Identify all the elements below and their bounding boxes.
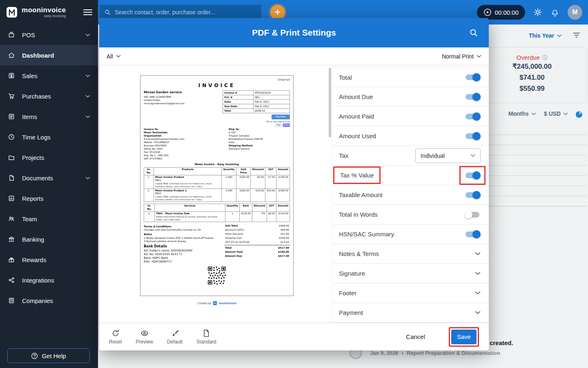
col-header: Discount [251, 168, 265, 175]
sidebar-item-team[interactable]: Team [0, 209, 98, 229]
building-icon [8, 297, 15, 304]
notifications-bell-icon[interactable] [550, 8, 559, 17]
sidebar-item-rewards[interactable]: Rewards [0, 249, 98, 270]
tax-percent-value-toggle[interactable] [464, 171, 481, 180]
search-input[interactable] [115, 9, 256, 16]
tax-mode-value: Individual [421, 153, 445, 159]
pay-block: Pay Now We accept payment by Pay stripe [144, 114, 290, 126]
cell: $10.00 [265, 188, 276, 202]
bank-line: Bank: HDFC Bank [144, 256, 221, 260]
setting-label: Amount Used [339, 132, 376, 139]
save-button[interactable]: Save [451, 330, 477, 344]
sidebar-item-purchases[interactable]: Purchases [0, 86, 98, 106]
product-name: Moon Invoice Product 1 [155, 189, 187, 192]
setting-row-tax-percent-value: Tax % Value [332, 166, 489, 185]
sidebar-item-projects[interactable]: Projects [0, 147, 98, 168]
col-header: Sr. No. [144, 204, 155, 212]
created-by-text: Created by [197, 302, 211, 305]
sidebar-item-pos[interactable]: POS [0, 25, 98, 45]
section-footer[interactable]: Footer [332, 283, 489, 303]
preview-scrollbar[interactable] [329, 68, 331, 137]
cancel-button[interactable]: Cancel [406, 333, 425, 340]
quick-add-button[interactable]: + [270, 5, 285, 20]
total-toggle[interactable] [464, 73, 481, 81]
global-search[interactable] [100, 5, 261, 20]
chevron-down-icon [85, 34, 90, 36]
cell: $10.00 [251, 188, 265, 202]
amount-due-toggle[interactable] [464, 93, 481, 101]
preview-button[interactable]: Preview [136, 329, 153, 345]
buyer-line: Fax: KT12030 [144, 150, 224, 154]
setting-row-hsn-sac-summary: HSN/SAC Summary [332, 224, 489, 244]
get-help-button[interactable]: Get Help [7, 348, 90, 363]
invoice-title: INVOICE [144, 82, 290, 89]
section-signature[interactable]: Signature [332, 264, 489, 283]
setting-label: Tax % Value [340, 172, 374, 179]
sidebar-item-items[interactable]: Items [0, 106, 98, 127]
play-icon[interactable] [483, 8, 492, 16]
taxable-amount-toggle[interactable] [464, 191, 481, 199]
section-notes-terms[interactable]: Notes & Terms [332, 244, 489, 264]
sidebar-item-sales[interactable]: Sales [0, 65, 98, 86]
sidebar-item-reports[interactable]: Reports [0, 188, 98, 209]
mooninvoice-logo-icon [6, 6, 18, 18]
ship-line: A 101 [229, 131, 290, 134]
bar-chart-icon [8, 195, 15, 202]
pdf-print-settings-dialog: PDF & Print Settings All Normal Print (O… [99, 18, 489, 350]
cell: $150.00 [236, 175, 251, 188]
sidebar-item-label: Documents [22, 175, 53, 182]
seller-block: Miceal Garden service VAT: ABN 123456789… [144, 90, 220, 113]
sidebar-item-dashboard[interactable]: Dashboard [0, 45, 98, 65]
settings-gear-icon[interactable] [533, 8, 542, 17]
cell: $200.00 [236, 188, 251, 202]
meta-value: $648.53 [254, 109, 290, 113]
dialog-body: (Original) INVOICE Miceal Garden service… [99, 65, 489, 323]
chevron-down-icon [475, 311, 481, 314]
avatar-initial: M [572, 9, 577, 16]
amount-used-toggle[interactable] [464, 132, 481, 140]
buyer-line: Email:july@moontechnolabs.com [144, 137, 224, 141]
amount-paid-toggle[interactable] [464, 112, 481, 121]
chevron-down-icon [470, 154, 475, 157]
hsn-sac-summary-toggle[interactable] [464, 230, 481, 238]
col-header: Sr. No. [144, 168, 154, 175]
total-key: Inline Discount [225, 232, 243, 236]
sidebar-item-banking[interactable]: Banking [0, 229, 98, 249]
col-header: GST [265, 168, 276, 175]
products-table: Sr. No. Products Quantity Unit Price Dis… [144, 167, 290, 202]
menu-hamburger-icon[interactable] [83, 9, 92, 16]
user-avatar[interactable]: M [568, 5, 582, 20]
tax-mode-select[interactable]: Individual [415, 148, 481, 163]
chevron-down-icon [475, 272, 481, 275]
section-payment[interactable]: Payment [332, 303, 489, 323]
sidebar-item-label: Items [22, 113, 37, 120]
sidebar-item-time-logs[interactable]: Time Logs [0, 127, 98, 147]
setting-label: Total in Words [339, 211, 378, 218]
sales-icon [8, 72, 15, 79]
dialog-search-icon[interactable] [469, 28, 478, 37]
reset-button[interactable]: Reset [109, 329, 122, 345]
section-label: Signature [339, 270, 365, 277]
total-value: $100.00 [279, 236, 289, 240]
default-button[interactable]: Default [167, 329, 183, 345]
section-label: Payment [339, 309, 363, 316]
notes-heading: Notes [144, 233, 221, 236]
sidebar-item-label: Integrations [22, 277, 54, 284]
total-in-words-toggle[interactable] [464, 211, 481, 219]
filter-all-dropdown[interactable]: All [107, 53, 121, 60]
sidebar-item-companies[interactable]: Companies [0, 290, 98, 311]
plus-icon: + [275, 7, 281, 17]
sidebar-item-documents[interactable]: Documents [0, 168, 98, 188]
pay-now-button[interactable]: Pay Now [272, 114, 290, 119]
table-row: 1. Moon Invoice ProductPR01Create FREE u… [144, 175, 290, 188]
sidebar-item-integrations[interactable]: Integrations [0, 270, 98, 290]
bank-line: IFSC: HDFC0000717 [144, 260, 221, 264]
timer-widget[interactable]: 00:00:00 [477, 5, 525, 20]
print-mode-dropdown[interactable]: Normal Print [442, 53, 481, 60]
total-value: $449.00 [279, 224, 289, 227]
logo-text: mooninvoice easy invoicing [22, 7, 66, 18]
cell: $145.00 [276, 175, 290, 188]
terms-text: Changes and new functionality consider a… [144, 228, 221, 231]
col-header: Products [154, 168, 222, 175]
standard-button[interactable]: Standard [196, 329, 216, 345]
